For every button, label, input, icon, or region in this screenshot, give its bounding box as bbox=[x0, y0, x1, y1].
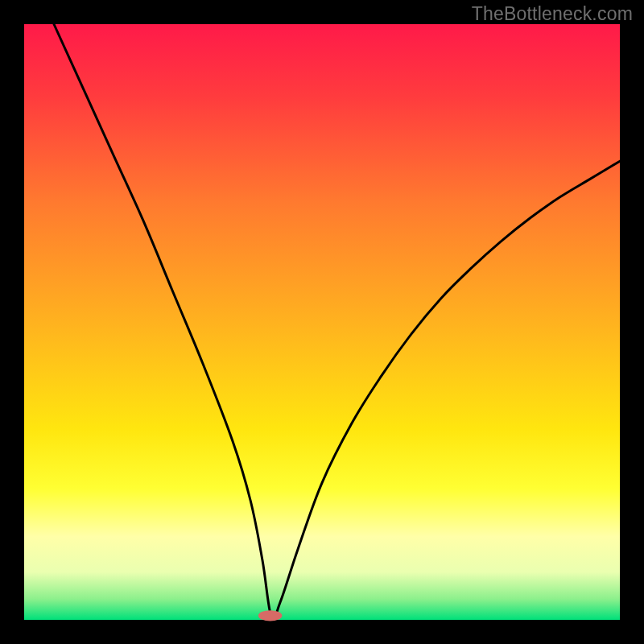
gradient-background bbox=[24, 24, 620, 620]
chart-svg bbox=[0, 0, 644, 644]
chart-frame: TheBottleneck.com bbox=[0, 0, 644, 644]
watermark-text: TheBottleneck.com bbox=[472, 3, 633, 25]
current-point-marker bbox=[258, 610, 283, 621]
